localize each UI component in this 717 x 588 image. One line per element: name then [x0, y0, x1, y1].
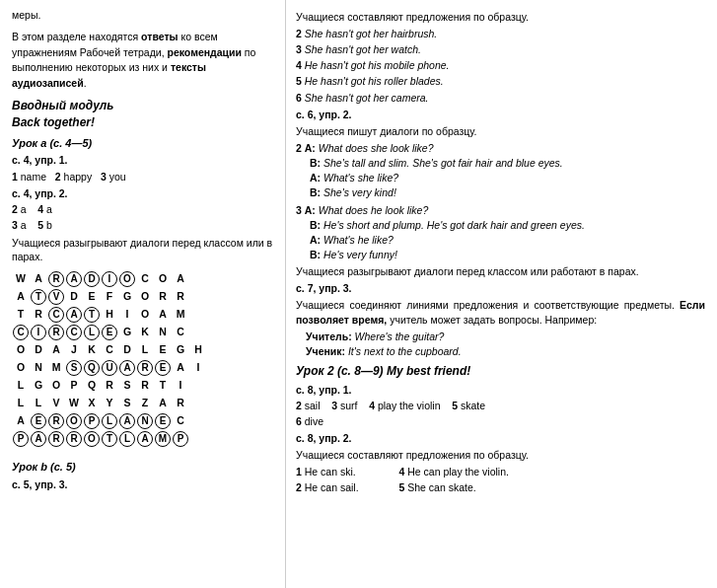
right-desc4: Учащиеся соединяют линиями предложения и… — [296, 298, 705, 327]
ex2-label2: с. 8, упр. 2. — [296, 431, 705, 446]
dialog-3: 3 A: What does he look like? B: He's sho… — [296, 203, 705, 263]
right-answers-top: 2 She hasn't got her hairbrush. 3 She ha… — [296, 27, 705, 106]
grid-row-7: L L V W X Y S Z A R — [12, 395, 207, 412]
lesson2-answers: 2 sail 3 surf 4 play the violin 5 skate — [296, 399, 705, 413]
lesson2-ex2-answers: 1 He can ski. 4 He can play the violin. … — [296, 465, 705, 495]
grid-row-3: C I R C L E G K N C — [12, 324, 207, 341]
ans-4: 4 He hasn't got his mobile phone. — [296, 58, 705, 73]
right-desc3: Учащиеся разыгрывают диалоги перед класс… — [296, 264, 705, 279]
ans-5: 5 He hasn't got his roller blades. — [296, 74, 705, 89]
grid-table: W A R A D I O C O A A T V D E F — [12, 270, 207, 448]
lesson2-answers2: 6 dive — [296, 414, 705, 429]
student-line: Ученик: It's next to the cupboard. — [306, 344, 705, 359]
grid-row-8: A E R O P L A N E C — [12, 412, 207, 430]
lesson-a-heading: Урок a (с. 4—5) — [12, 136, 275, 152]
right-desc-top: Учащиеся составляют предложения по образ… — [296, 10, 705, 25]
section-heading-module: Вводный модуль Back together! — [12, 98, 275, 132]
grid-row-9: P A R R O T L A M P — [12, 430, 207, 448]
ex2-answers2: 3 a 5 b — [12, 218, 275, 233]
ex1-answers: 1 name 2 happy 3 you — [12, 170, 275, 184]
word-search-grid: W A R A D I O C O A A T V D E F — [12, 270, 207, 448]
intro-line2: В этом разделе находятся ответы ко всем … — [12, 30, 275, 92]
ans-6: 6 She hasn't got her camera. — [296, 91, 705, 106]
grid-row-2: T R C A T H I O A M — [12, 306, 207, 324]
right-desc5: Учащиеся составляют предложения по образ… — [296, 448, 705, 463]
ans-2: 2 She hasn't got her hairbrush. — [296, 27, 705, 41]
lesson-b-heading: Урок b (с. 5) — [12, 460, 275, 476]
right-column: Учащиеся составляют предложения по образ… — [286, 0, 717, 588]
ex2-label: с. 4, упр. 2. — [12, 186, 275, 201]
ans-3: 3 She hasn't got her watch. — [296, 42, 705, 57]
grid-row-1: A T V D E F G O R R — [12, 288, 207, 306]
ex3-label-left: с. 5, упр. 3. — [12, 478, 275, 492]
ex1-label: с. 4, упр. 1. — [12, 153, 275, 168]
grid-row-4: O D A J K C D L E G H — [12, 341, 207, 359]
ex3-label-right: с. 7, упр. 3. — [296, 281, 705, 296]
right-desc2: Учащиеся пишут диалоги по образцу. — [296, 124, 705, 139]
grid-row-6: L G O P Q R S R T I — [12, 377, 207, 395]
lesson2-heading: Урок 2 (с. 8—9) My best friend! — [296, 363, 705, 380]
teacher-line: Учитель: Where's the guitar? — [306, 330, 705, 344]
teacher-example: Учитель: Where's the guitar? Ученик: It'… — [306, 330, 705, 359]
grid-row-5: O N M S Q U A R E A I — [12, 359, 207, 377]
ex1-label2: с. 8, упр. 1. — [296, 383, 705, 398]
intro-line1: меры. — [12, 8, 275, 24]
desc-dialogs: Учащиеся разыгрывают диалоги перед класс… — [12, 236, 275, 264]
grid-row-0: W A R A D I O C O A — [12, 270, 207, 288]
ex2-label-right: с. 6, упр. 2. — [296, 108, 705, 122]
dialog-2: 2 A: What does she look like? B: She's t… — [296, 141, 705, 201]
ex2-answers: 2 a 4 a — [12, 202, 275, 217]
left-column: меры. В этом разделе находятся ответы ко… — [0, 0, 286, 588]
